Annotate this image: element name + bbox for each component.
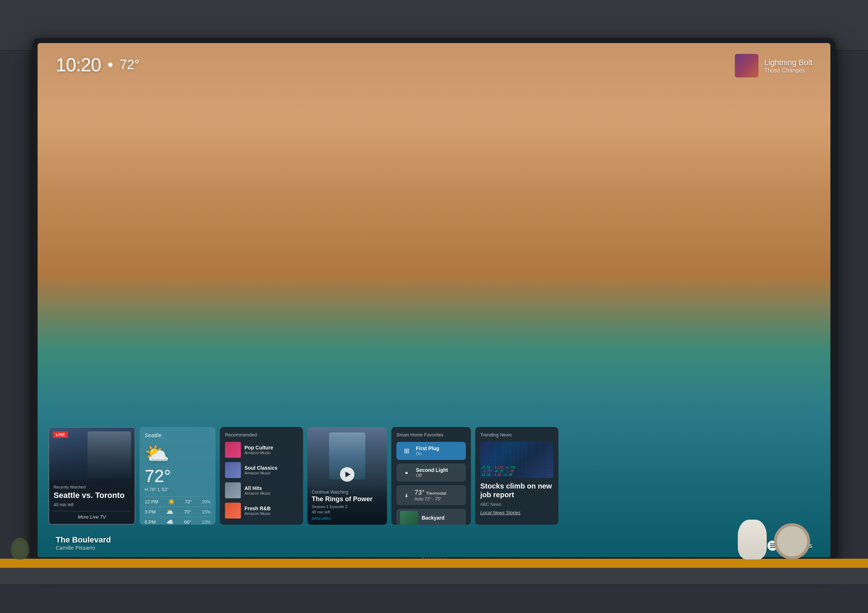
all-hits-info: All Hits Amazon Music xyxy=(245,485,298,496)
episode-info: Season 1 Episode 2 xyxy=(312,504,383,509)
first-plug-info: First Plug On xyxy=(416,445,461,456)
backyard-info: Backyard xyxy=(422,515,462,521)
music-item-all-hits[interactable]: All Hits Amazon Music xyxy=(225,483,298,498)
weather-row-6pm: 6 PM ☁️ 66° 12% xyxy=(145,517,211,525)
second-light-status: Off xyxy=(416,473,461,478)
live-tv-title: Seattle vs. Toronto xyxy=(54,491,130,500)
weather-icon-6pm: ☁️ xyxy=(166,518,174,525)
music-item-fresh-rnb[interactable]: Fresh R&B Amazon Music xyxy=(225,503,298,518)
weather-temp-large: 72° xyxy=(145,466,211,486)
show-title: The Rings of Power xyxy=(312,496,383,503)
soul-classics-source: Amazon Music xyxy=(245,471,298,475)
fresh-rnb-title: Fresh R&B xyxy=(245,506,298,512)
news-headline: Stocks climb on new job report xyxy=(480,482,553,499)
weather-city: Seattle xyxy=(145,432,211,438)
trending-news-card[interactable]: Trending News +1.55 -3.175 +1.755 -3.715 xyxy=(475,427,558,525)
clock-display: 10:20 xyxy=(56,54,101,76)
fresh-rnb-source: Amazon Music xyxy=(245,511,298,516)
thermostat-info: 73° Thermostat Auto 72° - 75° xyxy=(414,489,461,501)
tv-bezel: 10:20 72° Lightning Bolt Those Changes xyxy=(33,38,835,562)
live-badge: LIVE xyxy=(53,431,68,438)
artwork-title: The Boulevard xyxy=(56,535,111,545)
stock-ticker-overlay: +1.55 -3.175 +1.755 -3.715 +0.15 -1.90 +… xyxy=(480,442,553,478)
thermostat-range: Auto 72° - 75° xyxy=(414,497,461,501)
decorative-clock xyxy=(774,523,810,559)
pop-culture-title: Pop Culture xyxy=(245,445,298,451)
all-hits-title: All Hits xyxy=(245,485,298,491)
weather-high-low: H 78° L 52° xyxy=(145,487,211,492)
news-image: +1.55 -3.175 +1.755 -3.715 +0.15 -1.90 +… xyxy=(480,442,553,478)
music-item-soul-classics[interactable]: Soul Classics Amazon Music xyxy=(225,462,298,478)
first-plug-status: On xyxy=(416,451,461,456)
artwork-credit: The Boulevard Camille Pissarro xyxy=(56,535,111,551)
light-icon: ● xyxy=(401,467,412,478)
soul-classics-info: Soul Classics Amazon Music xyxy=(245,465,298,475)
news-source: ABC News xyxy=(480,502,553,507)
weather-dot-icon xyxy=(108,63,113,67)
continue-overlay: Continue Watching The Rings of Power Sea… xyxy=(307,485,387,525)
weather-row-3pm: 3 PM 🌥️ 70° 15% xyxy=(145,507,211,517)
more-live-tv-link[interactable]: More Live TV xyxy=(54,511,130,520)
second-light-name: Second Light xyxy=(416,467,461,473)
fresh-rnb-info: Fresh R&B Amazon Music xyxy=(245,506,298,516)
time-weather-widget: 10:20 72° xyxy=(56,54,140,76)
artist-name: Those Changes xyxy=(764,67,812,74)
weather-card[interactable]: Seattle ⛅ 72° H 78° L 52° 12 PM ☀️ 72° 2… xyxy=(140,427,215,525)
live-tv-card[interactable]: LIVE Recently Watched Seattle vs. Toront… xyxy=(48,427,135,525)
decorative-vase xyxy=(738,520,767,559)
prime-video-badge: prime video xyxy=(312,517,383,520)
tv-container: 10:20 72° Lightning Bolt Those Changes xyxy=(33,38,835,562)
all-hits-thumb xyxy=(225,483,241,498)
play-icon xyxy=(346,472,350,477)
pop-culture-thumb xyxy=(225,442,241,458)
tv-screen: 10:20 72° Lightning Bolt Those Changes xyxy=(37,43,831,557)
trending-news-label: Trending News xyxy=(480,432,553,438)
fresh-rnb-thumb xyxy=(225,503,241,518)
smart-home-backyard[interactable]: Backyard xyxy=(397,509,466,525)
screen-footer: The Boulevard Camille Pissarro Press for… xyxy=(37,529,831,557)
weather-icon-3pm: 🌥️ xyxy=(166,508,174,515)
live-tv-time-left: 40 min left xyxy=(54,502,130,507)
backyard-name: Backyard xyxy=(422,515,462,521)
cards-row: LIVE Recently Watched Seattle vs. Toront… xyxy=(48,427,820,525)
all-hits-source: Amazon Music xyxy=(245,491,298,495)
smart-home-first-plug[interactable]: ⊞ First Plug On xyxy=(397,442,466,460)
second-light-info: Second Light Off xyxy=(416,467,461,478)
play-button[interactable] xyxy=(340,467,355,482)
screen-header: 10:20 72° Lightning Bolt Those Changes xyxy=(37,43,831,88)
backyard-camera-thumbnail xyxy=(400,511,418,525)
thermostat-icon: 🌡 xyxy=(401,490,412,500)
room-shelf-base xyxy=(0,568,868,584)
music-item-pop-culture[interactable]: Pop Culture Amazon Music xyxy=(225,442,298,458)
smart-home-card: Smart Home Favorites ⊞ First Plug On ● S… xyxy=(391,427,471,525)
album-art-thumbnail xyxy=(735,54,758,78)
live-tv-content: Recently Watched Seattle vs. Toronto 40 … xyxy=(49,481,135,524)
plug-icon: ⊞ xyxy=(401,446,412,456)
live-tv-label: Recently Watched xyxy=(54,485,130,489)
song-title: Lightning Bolt xyxy=(764,58,812,67)
weather-icon-large: ⛅ xyxy=(145,442,211,466)
temperature-display: 72° xyxy=(120,57,139,72)
smart-home-thermostat[interactable]: 🌡 73° Thermostat Auto 72° - 75° xyxy=(397,485,466,505)
pop-culture-source: Amazon Music xyxy=(245,450,298,455)
first-plug-name: First Plug xyxy=(416,445,461,451)
recommended-label: Recommended xyxy=(225,432,298,438)
local-news-link[interactable]: Local News Stories xyxy=(480,510,553,515)
pop-culture-info: Pop Culture Amazon Music xyxy=(245,445,298,455)
artwork-artist: Camille Pissarro xyxy=(56,545,111,551)
now-playing-info: Lightning Bolt Those Changes xyxy=(764,58,812,74)
thermostat-temp: 73° Thermostat xyxy=(414,489,461,497)
decorative-artichoke xyxy=(11,538,29,559)
now-playing-widget[interactable]: Lightning Bolt Those Changes xyxy=(735,54,812,78)
soul-classics-thumb xyxy=(225,462,241,478)
smart-home-second-light[interactable]: ● Second Light Off xyxy=(397,464,466,482)
continue-watching-label: Continue Watching xyxy=(312,490,383,495)
continue-watching-card[interactable]: Continue Watching The Rings of Power Sea… xyxy=(307,427,387,525)
smart-home-label: Smart Home Favorites xyxy=(397,432,466,438)
weather-icon-12pm: ☀️ xyxy=(168,498,175,505)
recommended-card[interactable]: Recommended Pop Culture Amazon Music Sou… xyxy=(220,427,303,525)
time-remaining: 40 min left xyxy=(312,510,383,514)
weather-row-12pm: 12 PM ☀️ 72° 20% xyxy=(145,497,211,507)
soul-classics-title: Soul Classics xyxy=(245,465,298,471)
